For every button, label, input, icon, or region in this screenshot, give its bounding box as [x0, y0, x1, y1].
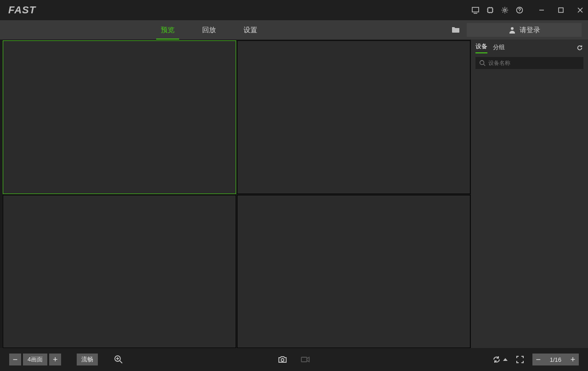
page-next-button[interactable]: +	[567, 354, 579, 365]
cycle-icon	[492, 355, 501, 364]
main-tab-bar: 预览 回放 设置 请登录	[0, 20, 588, 40]
svg-point-6	[511, 27, 514, 30]
main-body: 设备 分组	[0, 40, 588, 348]
cycle-button[interactable]	[492, 355, 508, 364]
svg-point-2	[504, 9, 506, 11]
video-cell-1[interactable]	[3, 40, 236, 194]
title-utility-icons	[471, 6, 524, 14]
svg-point-4	[519, 11, 520, 12]
close-icon[interactable]	[576, 6, 584, 14]
window-controls	[537, 6, 584, 14]
grid-layout-select[interactable]: 4画面	[23, 354, 47, 365]
tab-preview[interactable]: 预览	[161, 20, 175, 40]
help-icon[interactable]	[515, 6, 524, 14]
login-button[interactable]: 请登录	[467, 23, 582, 37]
capture-controls	[277, 354, 311, 365]
bottom-right-controls: − 1/16 +	[492, 354, 579, 365]
page-prev-button[interactable]: −	[532, 354, 544, 365]
app-window: FAST	[0, 0, 588, 371]
fullscreen-icon[interactable]	[515, 354, 525, 365]
screen-icon[interactable]	[471, 6, 480, 14]
video-cell-2[interactable]	[237, 40, 470, 194]
svg-rect-5	[559, 8, 563, 12]
device-search-input[interactable]	[488, 60, 580, 66]
zoom-in-icon[interactable]	[113, 354, 124, 365]
bottom-toolbar: − 4画面 + 流畅 − 1/	[0, 348, 588, 371]
record-icon[interactable]	[300, 354, 311, 365]
video-cell-4[interactable]	[237, 195, 470, 348]
video-cell-3[interactable]	[3, 195, 236, 348]
refresh-icon[interactable]	[576, 44, 583, 51]
video-grid	[3, 40, 470, 348]
svg-rect-0	[472, 7, 479, 12]
svg-rect-10	[301, 357, 307, 362]
search-icon	[479, 60, 486, 66]
device-search	[475, 57, 583, 69]
page-controls: − 1/16 +	[532, 354, 579, 365]
app-logo: FAST	[8, 4, 36, 16]
svg-point-7	[480, 61, 484, 65]
side-panel-tabs: 设备 分组	[471, 40, 588, 53]
chevron-up-icon	[503, 358, 508, 361]
title-bar: FAST	[0, 0, 588, 20]
device-list	[471, 73, 588, 348]
minimize-icon[interactable]	[537, 6, 546, 14]
page-indicator: 1/16	[544, 354, 567, 365]
user-icon	[509, 26, 516, 34]
folder-icon[interactable]	[451, 25, 460, 34]
side-tab-groups[interactable]: 分组	[493, 43, 505, 53]
tab-settings[interactable]: 设置	[243, 20, 257, 40]
stream-quality-select[interactable]: 流畅	[77, 354, 98, 365]
grid-plus-button[interactable]: +	[49, 354, 61, 365]
maximize-icon[interactable]	[557, 6, 565, 14]
svg-rect-1	[488, 8, 492, 12]
chip-icon[interactable]	[486, 6, 494, 14]
svg-point-9	[281, 359, 284, 361]
tab-playback[interactable]: 回放	[202, 20, 216, 40]
side-panel: 设备 分组	[470, 40, 588, 348]
side-tab-devices[interactable]: 设备	[475, 42, 487, 53]
grid-minus-button[interactable]: −	[9, 354, 21, 365]
snapshot-icon[interactable]	[277, 354, 288, 365]
gear-icon[interactable]	[501, 6, 509, 14]
video-grid-area	[0, 40, 470, 348]
login-label: 请登录	[520, 26, 540, 34]
